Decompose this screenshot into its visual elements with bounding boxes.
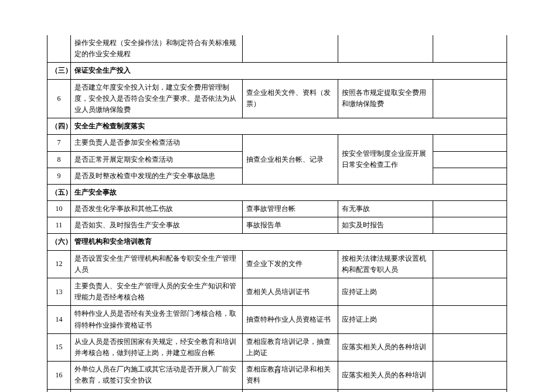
row-check-method: 查相关人员培训证书: [243, 278, 338, 306]
inspection-table: 操作安全规程（安全操作法）和制定符合有关标准规定的作业安全规程（三）保证安全生产…: [47, 35, 507, 392]
row-content: 是否如实、及时报告生产安全事故: [70, 217, 242, 234]
row-content: 外单位人员在厂内施工或其它活动是否开展入厂前安全教育，或签订安全协议: [70, 362, 242, 389]
row-check-method: 抽查企业相关台帐、记录: [243, 135, 338, 185]
row-content: 操作安全规程（安全操作法）和制定符合有关标准规定的作业安全规程: [70, 35, 242, 63]
table-row: 7主要负责人是否参加安全检查活动抽查企业相关台帐、记录按安全管理制度企业应开展日…: [47, 135, 507, 151]
row-content: 是否及时整改检查中发现的生产安全事故隐患: [70, 168, 242, 184]
row-check-method: 抽查特种作业人员资格证书: [243, 306, 338, 333]
row-check-method: [243, 35, 338, 63]
row-content: 主要负责人、安全生产管理人员的安全生产知识和管理能力是否经考核合格: [70, 278, 242, 306]
table-row: （六）管理机构和安全培训教育: [47, 234, 507, 250]
row-number: 16: [47, 362, 71, 389]
row-number: 17: [47, 389, 71, 392]
row-content: 是否设置安全生产管理机构和配备专职安全生产管理人员: [70, 250, 242, 278]
row-number: 7: [47, 135, 71, 151]
row-check-method: 查相应教育培训记录和相关资料: [243, 362, 338, 389]
row-check-method: 查企业下发的文件: [243, 250, 338, 278]
table-row: 10是否发生化学事故和其他工伤故查事故管理台帐有无事故: [47, 201, 507, 217]
table-row: 操作安全规程（安全操作法）和制定符合有关标准规定的作业安全规程: [47, 35, 507, 63]
row-number: 10: [47, 201, 71, 217]
row-blank: [433, 35, 507, 63]
row-content: 从业人员是否按照国家有关规定，经安全教育和培训并考核合格，做到持证上岗，并建立相…: [70, 333, 242, 361]
row-content: 是否正常开展定期安全检查活动: [70, 151, 242, 168]
section-title: 生产安全事故: [70, 184, 507, 200]
section-number: （五）: [47, 184, 71, 200]
table-row: （五）生产安全事故: [47, 184, 507, 200]
row-note: 有无事故: [338, 201, 433, 217]
row-note: 应持证上岗: [338, 306, 433, 333]
section-number: （六）: [47, 234, 71, 250]
row-check-method: 查事故管理台帐: [243, 201, 338, 217]
row-blank: [433, 79, 507, 118]
table-row: 17新职工入厂是否经三级安全教育培训；采用新工查相应教育培训记录和相应落实相关人…: [47, 389, 507, 392]
row-number: 13: [47, 278, 71, 306]
row-note: 按相关法律法规要求设置机构和配置专职人员: [338, 250, 433, 278]
row-note: 应落实相关人员的各种培训: [338, 389, 433, 392]
row-note: 应落实相关人员的各种培训: [338, 362, 433, 389]
row-blank: [433, 135, 507, 151]
page-number: 13: [0, 367, 554, 374]
table-row: 15从业人员是否按照国家有关规定，经安全教育和培训并考核合格，做到持证上岗，并建…: [47, 333, 507, 361]
row-note: 按安全管理制度企业应开展日常安全检查工作: [338, 135, 433, 185]
table-row: （四）安全生产检查制度落实: [47, 118, 507, 135]
row-number: 6: [47, 79, 71, 118]
row-blank: [433, 333, 507, 361]
row-blank: [433, 201, 507, 217]
row-blank: [433, 250, 507, 278]
table-row: 12是否设置安全生产管理机构和配备专职安全生产管理人员查企业下发的文件按相关法律…: [47, 250, 507, 278]
row-check-method: 查相应教育培训记录和相: [243, 389, 338, 392]
table-row: （三）保证安全生产投入: [47, 63, 507, 79]
table-row: 11是否如实、及时报告生产安全事故事故报告单如实及时报告: [47, 217, 507, 234]
row-check-method: 查相应教育培训记录，抽查上岗证: [243, 333, 338, 361]
row-note: 应持证上岗: [338, 278, 433, 306]
row-check-method: 事故报告单: [243, 217, 338, 234]
table-row: 6是否建立年度安全投入计划，建立安全费用管理制度，安全投入是否符合安全生产要求。…: [47, 79, 507, 118]
row-blank: [433, 278, 507, 306]
row-check-method: 查企业相关文件、资料（发票）: [243, 79, 338, 118]
section-title: 管理机构和安全培训教育: [70, 234, 507, 250]
row-blank: [433, 389, 507, 392]
row-note: 如实及时报告: [338, 217, 433, 234]
row-number: 11: [47, 217, 71, 234]
row-content: 特种作业人员是否经有关业务主管部门考核合格，取得特种作业操作资格证书: [70, 306, 242, 333]
section-number: （三）: [47, 63, 71, 79]
row-number: [47, 35, 71, 63]
row-content: 是否建立年度安全投入计划，建立安全费用管理制度，安全投入是否符合安全生产要求。是…: [70, 79, 242, 118]
row-number: 14: [47, 306, 71, 333]
row-number: 9: [47, 168, 71, 184]
section-number: （四）: [47, 118, 71, 135]
section-title: 安全生产检查制度落实: [70, 118, 507, 135]
row-blank: [433, 168, 507, 184]
row-note: [338, 35, 433, 63]
row-number: 8: [47, 151, 71, 168]
row-note: 应落实相关人员的各种培训: [338, 333, 433, 361]
row-blank: [433, 151, 507, 168]
row-blank: [433, 306, 507, 333]
table-row: 13主要负责人、安全生产管理人员的安全生产知识和管理能力是否经考核合格查相关人员…: [47, 278, 507, 306]
row-content: 主要负责人是否参加安全检查活动: [70, 135, 242, 151]
row-content: 新职工入厂是否经三级安全教育培训；采用新工: [70, 389, 242, 392]
row-number: 15: [47, 333, 71, 361]
row-blank: [433, 217, 507, 234]
row-content: 是否发生化学事故和其他工伤故: [70, 201, 242, 217]
table-row: 16外单位人员在厂内施工或其它活动是否开展入厂前安全教育，或签订安全协议查相应教…: [47, 362, 507, 389]
document-page: 操作安全规程（安全操作法）和制定符合有关标准规定的作业安全规程（三）保证安全生产…: [0, 0, 554, 392]
row-blank: [433, 362, 507, 389]
table-row: 14特种作业人员是否经有关业务主管部门考核合格，取得特种作业操作资格证书抽查特种…: [47, 306, 507, 333]
row-note: 按照各市规定提取安全费用和缴纳保险费: [338, 79, 433, 118]
section-title: 保证安全生产投入: [70, 63, 507, 79]
row-number: 12: [47, 250, 71, 278]
